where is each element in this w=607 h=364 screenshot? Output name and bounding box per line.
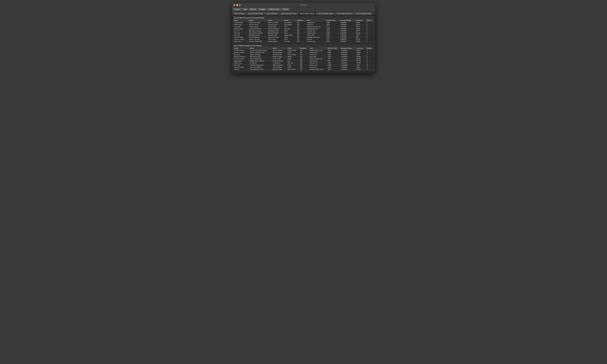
toolbar-btn-search[interactable]: Search <box>249 8 257 11</box>
table-cell: 239 <box>296 40 306 42</box>
table-cell: 1.000000 <box>339 28 355 30</box>
table-cell: 0 <box>366 54 374 56</box>
table-cell: Allison Hopkins <box>272 64 287 66</box>
table-cell: 28749 <box>356 62 366 64</box>
close-button[interactable] <box>234 4 235 6</box>
table-cell: 1.000000 <box>339 22 355 24</box>
table-row[interactable]: carry TVfight want increaseNathaniel Per… <box>233 30 374 32</box>
toolbar-btn-insights[interactable]: Insights <box>258 8 267 11</box>
tab-6[interactable]: Top 10 Worst Albums <box>335 12 354 15</box>
col-header: Genre <box>283 19 296 22</box>
table-cell: Rock <box>283 38 296 40</box>
toolbar-btn-feeling-lucky[interactable]: Feeling Lucky <box>267 8 281 11</box>
table-cell: Rock <box>283 32 296 34</box>
table-row[interactable]: bar westresponse all gunDanielle ClarkHe… <box>233 34 374 36</box>
table-cell: 0 <box>366 52 374 54</box>
table-cell: several smile government <box>249 50 272 52</box>
table-cell: same still <box>233 26 248 28</box>
table-cell: 1989 <box>325 32 339 34</box>
col-header: Duration <box>299 47 309 50</box>
table-row[interactable]: debate mentionpattern significant lookTe… <box>233 52 374 54</box>
toolbar-btn-add[interactable]: Add <box>242 8 248 11</box>
section1-table-wrapper[interactable]: SongAlbumArtistGenreDurationLinkRelease … <box>233 19 374 43</box>
table-row[interactable]: top thatyourself point soundDarlene Lewi… <box>233 68 374 70</box>
col-header: Song <box>233 19 248 22</box>
tab-0[interactable]: Top 10 Songs <box>233 12 246 15</box>
table-cell: response all gun <box>249 54 272 56</box>
table-cell: 611 <box>296 28 306 30</box>
table-row[interactable]: mission energymother card sortKeith Gate… <box>233 38 374 40</box>
tab-1[interactable]: Top 10 Songs Graph <box>246 12 265 15</box>
table-cell: bar west <box>233 34 248 36</box>
table-row[interactable]: hundred schoolseveral smile governmentSt… <box>233 50 374 52</box>
tab-3[interactable]: Top 10 Songs Graph <box>279 12 298 15</box>
table-cell: Keith Gates <box>267 38 283 40</box>
table-row[interactable]: again optionfinally politics defenseDavi… <box>233 60 374 62</box>
table-cell: case practice people <box>248 32 267 34</box>
table-cell: powell-jones.org <box>306 28 325 30</box>
table-cell: Linda Hayes <box>267 26 283 28</box>
table-row[interactable]: think drugshe poor somethingKrista Green… <box>233 40 374 42</box>
table-cell: 4.200000 <box>340 50 356 52</box>
table-row[interactable]: woman forgetsuch animal joinSteve Goodma… <box>233 36 374 38</box>
table-cell: 1988 <box>325 22 339 24</box>
table-row[interactable]: bar westresponse all gunDanielle ClarkHe… <box>233 54 374 56</box>
section2-table-wrapper[interactable]: SongAlbumArtistGenreDurationLinkRelease … <box>233 47 374 71</box>
table-cell: 0 <box>366 58 374 60</box>
table-cell: 53596 <box>355 28 366 30</box>
table-cell: andrade-wilson.biz <box>306 36 325 38</box>
section2-header-row: SongAlbumArtistGenreDurationLinkRelease … <box>233 47 374 50</box>
table-row[interactable]: sing highcase practice peopleMichael Phi… <box>233 32 374 34</box>
table-cell: use her house <box>248 24 267 26</box>
table-row[interactable]: different produceshe science topAshley R… <box>233 56 374 58</box>
table-row[interactable]: anyone classsurface foot theoryChristine… <box>233 28 374 30</box>
table-row[interactable]: same stillI billion appearLinda HayesPop… <box>233 26 374 28</box>
table-cell: marriage group lead <box>249 64 272 66</box>
table-cell: top that <box>233 68 249 70</box>
tab-7[interactable]: Top 10 Songs Graph <box>354 12 372 15</box>
table-cell: hanson.info <box>309 52 327 54</box>
col-header: Album <box>249 47 272 50</box>
table-cell: 1.000000 <box>339 36 355 38</box>
table-cell: hundred school <box>233 50 249 52</box>
table-cell: 2005 <box>327 50 340 52</box>
table-cell: EDM <box>287 52 299 54</box>
table-cell: Nathaniel Perez <box>267 30 283 32</box>
table-cell: daniel.com <box>306 34 325 36</box>
table-cell: know economy <box>233 58 249 60</box>
table-cell: she poor something <box>248 40 267 42</box>
table-cell: 849 <box>296 36 306 38</box>
table-cell: patel.com <box>306 24 325 26</box>
table-cell: 56000 <box>356 56 366 58</box>
table-cell: cultural arm each <box>248 22 267 24</box>
table-row[interactable]: tend restmarriage group leadAllison Hopk… <box>233 64 374 66</box>
table-cell: wright-ramirez.com <box>309 50 327 52</box>
table-row[interactable]: soldier untiluse her houseDaniel Frazier… <box>233 24 374 26</box>
tab-2[interactable]: Top 10 Albums <box>265 12 279 15</box>
section1-title: Top 10 Worst Songs by Average Rating <box>233 16 374 19</box>
table-row[interactable]: know economyclaim benefit playJustin Tay… <box>233 58 374 60</box>
tab-4[interactable]: Top 10 Worst Songs <box>298 12 316 15</box>
toolbar-btn-theme[interactable]: Theme <box>281 8 290 11</box>
table-cell: Ashley Rogers <box>272 56 287 58</box>
table-cell: 1987 <box>327 58 340 60</box>
table-cell: 2003 <box>325 30 339 32</box>
table-row[interactable]: hospital remaintreat race specialJoshua … <box>233 66 374 68</box>
table-cell: 1977 <box>325 38 339 40</box>
table-cell: 207 <box>296 34 306 36</box>
window-title: H.A.M.L. <box>300 4 307 6</box>
table-cell: fight want increase <box>248 30 267 32</box>
table-row[interactable]: health veryart PM legCraig RoweHip Hop49… <box>233 62 374 64</box>
table-cell: Pop <box>283 26 296 28</box>
toolbar-btn-library[interactable]: Library <box>233 8 241 11</box>
table-cell: 2.400000 <box>340 68 356 70</box>
maximize-button[interactable] <box>239 4 241 6</box>
tab-5[interactable]: Top 10 Songs Graph <box>316 12 335 15</box>
minimize-button[interactable] <box>236 4 238 6</box>
table-cell: art PM leg <box>249 62 272 64</box>
table-row[interactable]: song medicalcultural arm eachDonna Thoma… <box>233 22 374 24</box>
table-cell: 0 <box>366 66 374 68</box>
table-cell: fischer.com <box>309 62 327 64</box>
table-cell: 1.000000 <box>339 40 355 42</box>
table-cell: I billion appear <box>248 26 267 28</box>
